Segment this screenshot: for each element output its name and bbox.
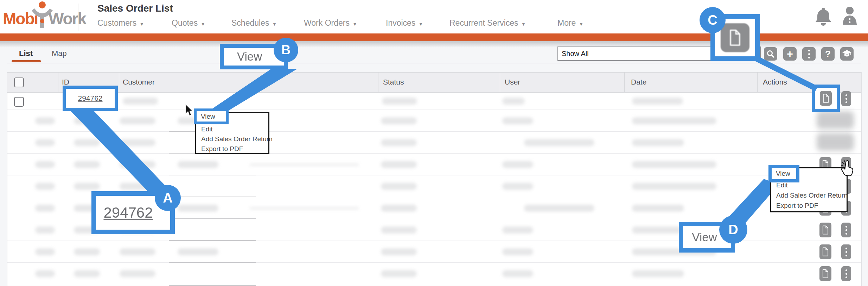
document-icon <box>721 23 749 52</box>
col-header-id[interactable]: ID <box>62 78 69 86</box>
menu-item-add-sales-order-return[interactable]: Add Sales Order Return <box>776 192 848 199</box>
document-icon[interactable] <box>820 91 832 106</box>
menu-item-export-to-pdf[interactable]: Export to PDF <box>201 145 243 153</box>
notifications-bell-icon[interactable] <box>815 6 832 26</box>
redacted-actions <box>817 111 854 129</box>
nav-schedules-label: Schedules <box>231 18 269 28</box>
menu-item-export-to-pdf[interactable]: Export to PDF <box>776 202 818 210</box>
chevron-down-icon: ▼ <box>352 21 357 27</box>
nav-recurrent-services-label: Recurrent Services <box>449 18 518 28</box>
zoomed-id-text: 294762 <box>103 204 153 221</box>
chevron-down-icon: ▼ <box>521 21 526 27</box>
help-icon[interactable]: ? <box>821 47 835 61</box>
col-header-customer[interactable]: Customer <box>123 78 155 86</box>
redacted-customer <box>123 98 158 105</box>
callout-b-badge: B <box>274 38 298 62</box>
column-divider <box>624 73 625 92</box>
document-icon[interactable] <box>819 244 831 259</box>
callout-c-badge: C <box>700 7 726 33</box>
document-icon[interactable] <box>819 223 831 237</box>
row-more-icon[interactable] <box>841 266 851 281</box>
logo-work-text[interactable]: Work <box>49 9 86 28</box>
table-row <box>7 93 861 110</box>
doc-icon-highlight-frame <box>812 85 840 112</box>
nav-invoices[interactable]: Invoices▼ <box>386 18 423 28</box>
col-header-actions: Actions <box>763 78 787 86</box>
col-header-status[interactable]: Status <box>383 78 404 86</box>
nav-recurrent-services[interactable]: Recurrent Services▼ <box>449 18 526 28</box>
chevron-down-icon: ▼ <box>272 21 277 27</box>
tab-map[interactable]: Map <box>52 49 67 58</box>
row-more-icon[interactable] <box>841 244 851 259</box>
nav-quotes[interactable]: Quotes▼ <box>172 18 205 28</box>
view-highlight-frame: View <box>768 165 799 182</box>
nav-invoices-label: Invoices <box>386 18 415 28</box>
column-divider <box>378 73 378 92</box>
column-divider <box>500 73 500 92</box>
select-all-checkbox[interactable] <box>14 77 24 87</box>
callout-d-badge: D <box>719 216 747 244</box>
callout-a-badge: A <box>155 185 181 211</box>
menu-item-view[interactable]: View <box>197 113 215 120</box>
nav-schedules[interactable]: Schedules▼ <box>231 18 277 28</box>
table-row <box>7 154 861 175</box>
redacted-actions <box>817 133 854 151</box>
app-window: Mobi Work Sales Order List Customers▼ Qu… <box>0 0 868 286</box>
column-divider <box>58 73 58 92</box>
tabs-divider <box>7 63 861 63</box>
zoomed-view-text: View <box>692 231 717 244</box>
column-divider <box>757 73 758 92</box>
menu-item-edit[interactable]: Edit <box>776 181 788 189</box>
nav-work-orders-label: Work Orders <box>304 18 350 28</box>
menu-item-edit[interactable]: Edit <box>201 125 213 133</box>
redacted-date <box>632 98 683 105</box>
page-title: Sales Order List <box>97 3 173 14</box>
more-options-icon[interactable] <box>802 47 816 61</box>
col-header-user[interactable]: User <box>505 78 520 86</box>
zoomed-view-text: View <box>237 50 262 63</box>
header-divider <box>78 4 78 31</box>
nav-quotes-label: Quotes <box>172 18 198 28</box>
table-row <box>7 263 861 286</box>
column-divider <box>119 73 119 92</box>
chevron-down-icon: ▼ <box>139 21 144 27</box>
nav-customers[interactable]: Customers▼ <box>97 18 144 28</box>
table-row <box>7 132 861 154</box>
row-checkbox[interactable] <box>14 97 24 107</box>
nav-customers-label: Customers <box>97 18 136 28</box>
nav-more[interactable]: More▼ <box>557 18 583 28</box>
row-more-icon[interactable] <box>841 91 851 106</box>
chevron-down-icon: ▼ <box>200 21 205 27</box>
callout-c-target-frame id-highlight-frame: 294762 <box>63 86 118 111</box>
nav-more-label: More <box>557 18 576 28</box>
document-icon[interactable] <box>819 266 831 281</box>
nav-work-orders[interactable]: Work Orders▼ <box>304 18 357 28</box>
tab-list[interactable]: List <box>19 49 33 58</box>
redacted-status <box>382 98 417 105</box>
menu-item-view[interactable]: View <box>772 170 790 178</box>
add-icon[interactable]: + <box>783 47 797 61</box>
menu-item-add-sales-order-return[interactable]: Add Sales Order Return <box>201 135 273 143</box>
search-icon[interactable] <box>764 47 777 61</box>
training-icon[interactable] <box>840 47 854 61</box>
table-row <box>7 110 861 132</box>
redacted-user <box>502 98 525 105</box>
view-highlight-frame: View <box>194 108 229 124</box>
active-tab-underline <box>12 60 41 62</box>
row-more-icon[interactable] <box>841 223 851 237</box>
user-profile-icon[interactable] <box>841 6 858 26</box>
chevron-down-icon: ▼ <box>418 21 423 27</box>
chevron-down-icon: ▼ <box>579 21 583 27</box>
col-header-date[interactable]: Date <box>631 78 646 86</box>
sales-order-id-link[interactable]: 294762 <box>78 94 102 102</box>
